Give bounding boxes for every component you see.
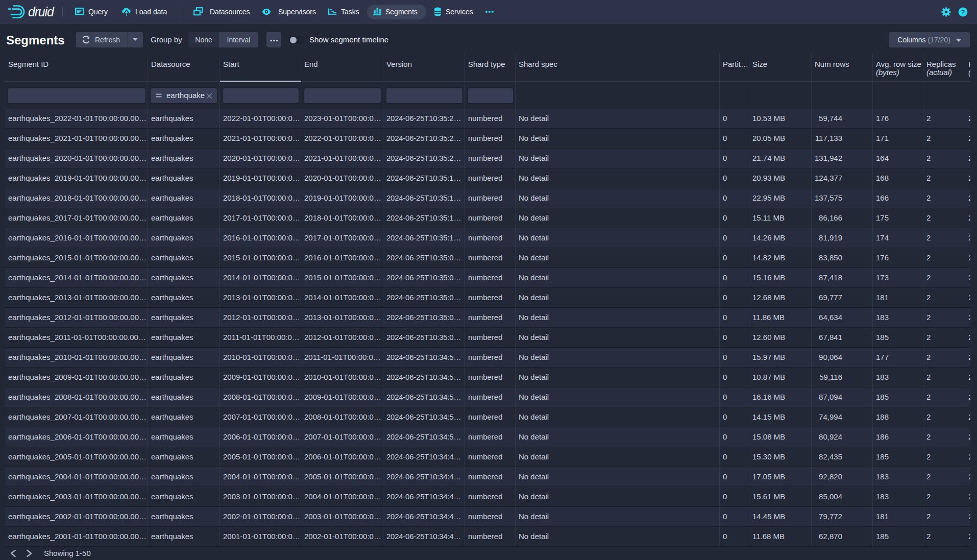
svg-text:?: ? [961, 9, 965, 16]
